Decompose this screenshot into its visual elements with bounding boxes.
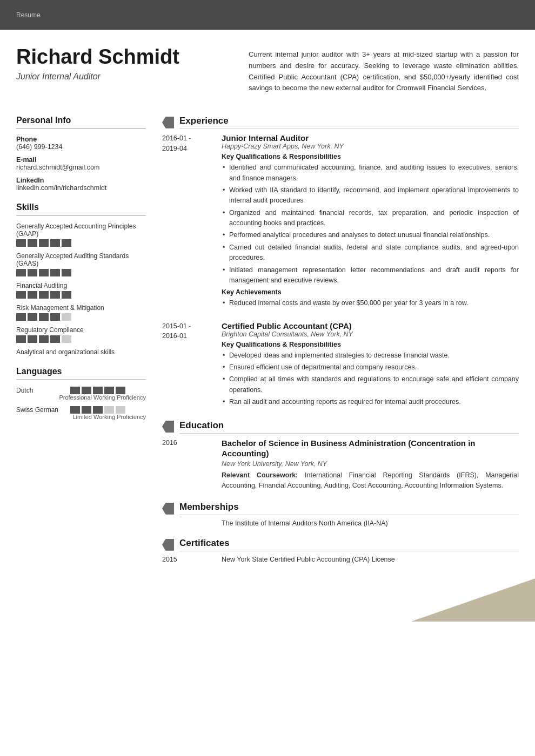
languages-section: Dutch Professional Working Proficiency S… bbox=[16, 387, 146, 420]
lang-block bbox=[104, 406, 114, 414]
lang-block bbox=[93, 387, 103, 394]
personal-info-section: Phone (646) 999-1234E-mail richard.schmi… bbox=[16, 136, 146, 192]
skill-item: Risk Management & Mitigation bbox=[16, 304, 146, 321]
skill-block bbox=[28, 269, 37, 276]
certificates-section-header: Certificates bbox=[162, 538, 519, 551]
qual-header: Key Qualifications & Responsibilities bbox=[222, 153, 519, 160]
info-label: E-mail bbox=[16, 156, 146, 164]
skill-name: Generally Accepted Auditing Standards (G… bbox=[16, 252, 146, 267]
skill-block bbox=[16, 269, 26, 276]
skill-block bbox=[28, 335, 37, 343]
bottom-footer bbox=[0, 568, 535, 643]
exp-company: Brighton Capital Consultants, New York, … bbox=[222, 330, 519, 338]
certificates-title: Certificates bbox=[179, 538, 519, 551]
skill-block bbox=[28, 239, 37, 247]
personal-info-item: E-mail richard.schmidt@gmail.com bbox=[16, 156, 146, 171]
lang-name: Dutch bbox=[16, 387, 65, 394]
skill-item: Regulatory Compliance bbox=[16, 326, 146, 343]
candidate-title: Junior Internal Auditor bbox=[16, 72, 232, 82]
certificates-list: 2015 New York State Certified Public Acc… bbox=[162, 556, 519, 563]
exp-date: 2016-01 -2019-04 bbox=[162, 133, 211, 310]
skill-bar bbox=[16, 313, 146, 321]
qual-item: Carried out detailed financial audits, f… bbox=[222, 242, 519, 264]
lang-block bbox=[116, 387, 125, 394]
skill-block bbox=[16, 313, 26, 321]
qual-item: Complied at all times with standards and… bbox=[222, 374, 519, 395]
lang-bar bbox=[70, 406, 125, 414]
main-layout: Personal Info Phone (646) 999-1234E-mail… bbox=[0, 105, 535, 568]
skill-block bbox=[62, 313, 71, 321]
qual-list: Identified and communicated accounting, … bbox=[222, 163, 519, 286]
cert-year: 2015 bbox=[162, 556, 211, 563]
experience-entry: 2016-01 -2019-04 Junior Internal Auditor… bbox=[162, 133, 519, 310]
certificates-icon bbox=[162, 539, 174, 551]
education-section-header: Education bbox=[162, 420, 519, 434]
skill-item: Generally Accepted Auditing Standards (G… bbox=[16, 252, 146, 276]
lang-level: Limited Working Proficiency bbox=[16, 414, 146, 420]
skills-section: Generally Accepted Accounting Principles… bbox=[16, 222, 146, 356]
skill-block bbox=[39, 269, 49, 276]
skills-header: Skills bbox=[16, 202, 146, 216]
candidate-summary: Current internal junior auditor with 3+ … bbox=[249, 46, 519, 94]
skill-bar bbox=[16, 269, 146, 276]
exp-date: 2015-01 -2016-01 bbox=[162, 321, 211, 409]
experience-icon bbox=[162, 117, 174, 129]
skill-item: Generally Accepted Accounting Principles… bbox=[16, 222, 146, 247]
certificate-entry: 2015 New York State Certified Public Acc… bbox=[162, 556, 519, 563]
qual-header: Key Qualifications & Responsibilities bbox=[222, 341, 519, 348]
skill-bar bbox=[16, 335, 146, 343]
qual-item: Initiated management representation lett… bbox=[222, 265, 519, 286]
header-section: Richard Schmidt Junior Internal Auditor … bbox=[0, 30, 535, 105]
skill-bar bbox=[16, 239, 146, 247]
skill-block bbox=[62, 269, 71, 276]
skill-item: Financial Auditing bbox=[16, 282, 146, 299]
candidate-name: Richard Schmidt bbox=[16, 46, 232, 69]
skill-name: Financial Auditing bbox=[16, 282, 146, 289]
lang-block bbox=[82, 406, 91, 414]
qual-item: Identified and communicated accounting, … bbox=[222, 163, 519, 184]
left-column: Personal Info Phone (646) 999-1234E-mail… bbox=[16, 105, 146, 568]
experience-entry: 2015-01 -2016-01 Certified Public Accoun… bbox=[162, 321, 519, 409]
edu-school: New York University, New York, NY bbox=[222, 460, 519, 468]
banner-label: Resume bbox=[16, 11, 41, 19]
qual-item: Developed ideas and implemented strategi… bbox=[222, 350, 519, 361]
personal-info-item: LinkedIn linkedin.com/in/richardschmidt bbox=[16, 177, 146, 192]
skill-block bbox=[50, 313, 60, 321]
skill-block bbox=[39, 291, 49, 299]
memberships-title: Memberships bbox=[179, 502, 519, 515]
qual-item: Worked with IIA standard to identify, re… bbox=[222, 185, 519, 206]
skill-text-only: Analytical and organizational skills bbox=[16, 348, 146, 356]
edu-content: Bachelor of Science in Business Administ… bbox=[222, 438, 519, 491]
info-value: (646) 999-1234 bbox=[16, 143, 146, 151]
exp-content: Junior Internal Auditor Happy-Crazy Smar… bbox=[222, 133, 519, 310]
experience-title: Experience bbox=[179, 116, 519, 129]
skill-block bbox=[16, 291, 26, 299]
skill-bar bbox=[16, 291, 146, 299]
cert-text: New York State Certified Public Accounti… bbox=[222, 556, 395, 563]
skill-block bbox=[39, 313, 49, 321]
exp-title: Junior Internal Auditor bbox=[222, 133, 519, 143]
personal-info-header: Personal Info bbox=[16, 116, 146, 129]
bottom-accent bbox=[0, 568, 535, 622]
membership-item: The Institute of Internal Auditors North… bbox=[222, 519, 519, 527]
language-item: Swiss German Limited Working Proficiency bbox=[16, 406, 146, 420]
edu-coursework: Relevant Coursework: International Finan… bbox=[222, 470, 519, 491]
edu-year: 2016 bbox=[162, 438, 211, 491]
education-title: Education bbox=[179, 420, 519, 434]
achieve-header: Key Achievements bbox=[222, 288, 519, 296]
skill-block bbox=[28, 313, 37, 321]
skill-block bbox=[16, 335, 26, 343]
skill-block bbox=[50, 269, 60, 276]
achieve-item: Reduced internal costs and waste by over… bbox=[222, 298, 519, 308]
skill-block bbox=[28, 291, 37, 299]
skill-name: Risk Management & Mitigation bbox=[16, 304, 146, 312]
skill-block bbox=[62, 335, 71, 343]
info-value: richard.schmidt@gmail.com bbox=[16, 164, 146, 171]
memberships-section-header: Memberships bbox=[162, 502, 519, 515]
exp-title: Certified Public Accountant (CPA) bbox=[222, 321, 519, 330]
info-label: LinkedIn bbox=[16, 177, 146, 184]
lang-name: Swiss German bbox=[16, 406, 65, 414]
lang-block bbox=[104, 387, 114, 394]
education-entries: 2016 Bachelor of Science in Business Adm… bbox=[162, 438, 519, 491]
edu-title: Bachelor of Science in Business Administ… bbox=[222, 438, 519, 459]
